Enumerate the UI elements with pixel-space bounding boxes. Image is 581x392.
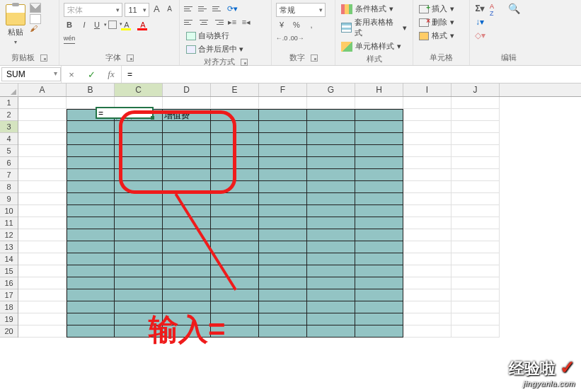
cell-H4[interactable]	[355, 133, 403, 145]
col-header-G[interactable]: G	[307, 83, 355, 96]
cell-A5[interactable]	[18, 145, 67, 157]
cell-G15[interactable]	[307, 265, 355, 277]
cell-F4[interactable]	[259, 133, 307, 145]
cell-C16[interactable]	[115, 277, 163, 289]
cell-D16[interactable]	[163, 277, 211, 289]
decrease-decimal-button[interactable]: .00→	[291, 33, 302, 44]
cell-F12[interactable]	[259, 229, 307, 241]
cell-F10[interactable]	[259, 205, 307, 217]
cell-B17[interactable]	[67, 289, 115, 301]
cell-G1[interactable]	[307, 97, 355, 109]
cell-I14[interactable]	[403, 253, 451, 265]
cell-F2[interactable]	[259, 109, 307, 121]
cell-C8[interactable]	[115, 181, 163, 193]
cell-E13[interactable]	[211, 241, 259, 253]
cell-J17[interactable]	[451, 289, 500, 301]
font-size-combo[interactable]: 11	[125, 3, 149, 17]
copy-icon[interactable]	[30, 14, 41, 24]
cell-I16[interactable]	[403, 277, 451, 289]
cell-E11[interactable]	[211, 217, 259, 229]
cell-A10[interactable]	[18, 205, 67, 217]
cell-H3[interactable]	[355, 121, 403, 133]
cell-C13[interactable]	[115, 241, 163, 253]
cell-I6[interactable]	[403, 157, 451, 169]
comma-button[interactable]: ,	[306, 19, 317, 30]
col-header-H[interactable]: H	[355, 83, 403, 96]
cell-B3[interactable]	[67, 121, 115, 133]
cell-D9[interactable]	[163, 193, 211, 205]
cell-J2[interactable]	[451, 109, 500, 121]
cell-I15[interactable]	[403, 265, 451, 277]
cell-F15[interactable]	[259, 265, 307, 277]
cell-I1[interactable]	[403, 97, 451, 109]
cell-A8[interactable]	[18, 181, 67, 193]
delete-button[interactable]: 删除 ▾	[418, 16, 465, 28]
cell-H8[interactable]	[355, 181, 403, 193]
align-bottom-icon[interactable]	[212, 4, 224, 13]
cell-E1[interactable]	[211, 97, 259, 109]
cell-D10[interactable]	[163, 205, 211, 217]
cell-J9[interactable]	[451, 193, 500, 205]
cell-A18[interactable]	[18, 301, 67, 313]
clipboard-launcher[interactable]	[40, 54, 47, 62]
cell-I7[interactable]	[403, 169, 451, 181]
wrap-text-button[interactable]: 自动换行	[184, 30, 231, 42]
paste-button[interactable]: 粘贴 ▾	[4, 3, 27, 47]
cell-C5[interactable]	[115, 145, 163, 157]
cell-H13[interactable]	[355, 241, 403, 253]
find-select-button[interactable]	[508, 3, 522, 41]
active-cell[interactable]: =	[96, 107, 154, 119]
row-header-1[interactable]: 1	[0, 97, 18, 109]
cell-A12[interactable]	[18, 229, 67, 241]
cell-B7[interactable]	[67, 169, 115, 181]
cell-A14[interactable]	[18, 253, 67, 265]
cell-A13[interactable]	[18, 241, 67, 253]
cell-E2[interactable]	[211, 109, 259, 121]
cell-C6[interactable]	[115, 157, 163, 169]
cell-G6[interactable]	[307, 157, 355, 169]
align-right-icon[interactable]	[212, 17, 224, 27]
sort-filter-button[interactable]	[490, 3, 504, 41]
cell-H20[interactable]	[355, 325, 403, 338]
cell-H18[interactable]	[355, 301, 403, 313]
cell-F20[interactable]	[259, 325, 307, 338]
cell-C20[interactable]	[115, 325, 163, 338]
cell-G2[interactable]	[307, 109, 355, 121]
cell-J5[interactable]	[451, 145, 500, 157]
increase-decimal-button[interactable]: ←.0	[276, 33, 287, 44]
cell-D3[interactable]	[163, 121, 211, 133]
row-header-20[interactable]: 20	[0, 325, 18, 338]
format-button[interactable]: 格式 ▾	[418, 30, 465, 42]
cell-G10[interactable]	[307, 205, 355, 217]
cell-G17[interactable]	[307, 289, 355, 301]
cell-D15[interactable]	[163, 265, 211, 277]
cell-H16[interactable]	[355, 277, 403, 289]
cell-G5[interactable]	[307, 145, 355, 157]
alignment-launcher[interactable]	[241, 59, 248, 66]
cell-I20[interactable]	[403, 325, 451, 338]
select-all-corner[interactable]	[0, 83, 18, 97]
cut-icon[interactable]	[30, 3, 41, 13]
cell-C15[interactable]	[115, 265, 163, 277]
row-header-9[interactable]: 9	[0, 193, 18, 205]
cell-B6[interactable]	[67, 157, 115, 169]
cell-B5[interactable]	[67, 145, 115, 157]
cell-G11[interactable]	[307, 217, 355, 229]
cell-J18[interactable]	[451, 301, 500, 313]
cell-D19[interactable]	[163, 313, 211, 325]
cell-I18[interactable]	[403, 301, 451, 313]
border-button[interactable]: ▾	[108, 21, 117, 29]
name-box[interactable]: SUM	[1, 67, 61, 81]
cell-C14[interactable]	[115, 253, 163, 265]
cell-D6[interactable]	[163, 157, 211, 169]
cell-B9[interactable]	[67, 193, 115, 205]
cell-G13[interactable]	[307, 241, 355, 253]
cell-F5[interactable]	[259, 145, 307, 157]
cell-F19[interactable]	[259, 313, 307, 325]
cell-D5[interactable]	[163, 145, 211, 157]
cell-E20[interactable]	[211, 325, 259, 338]
cell-styles-button[interactable]: 单元格样式 ▾	[340, 40, 408, 52]
cell-F17[interactable]	[259, 289, 307, 301]
cell-H10[interactable]	[355, 205, 403, 217]
cell-J19[interactable]	[451, 313, 500, 325]
